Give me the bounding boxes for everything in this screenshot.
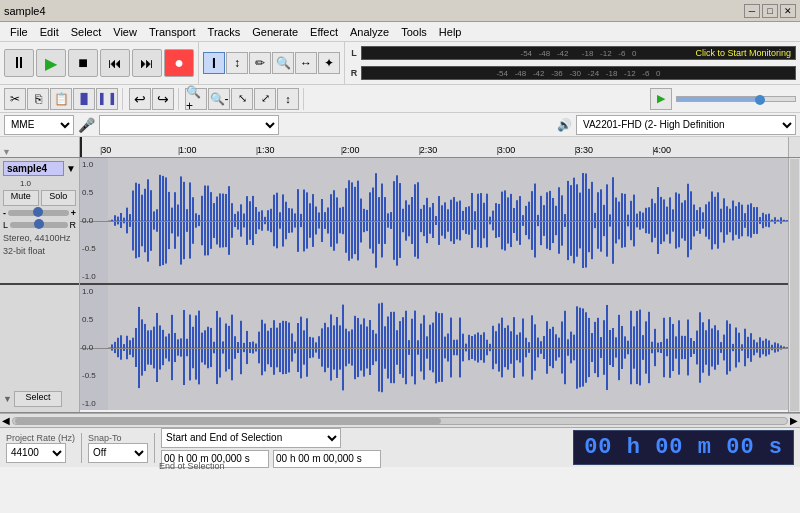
zoom-reset-tool[interactable]: ↕	[277, 88, 299, 110]
menu-tools[interactable]: Tools	[395, 24, 433, 40]
play-indicator-btn[interactable]: ▶	[650, 88, 672, 110]
multi-tool[interactable]: ✦	[318, 52, 340, 74]
mute-button[interactable]: Mute	[3, 190, 39, 206]
zero-line-upper	[80, 221, 788, 222]
scale-m0-5-lower: -0.5	[82, 371, 96, 380]
menu-generate[interactable]: Generate	[246, 24, 304, 40]
timeshift-tool[interactable]: ↔	[295, 52, 317, 74]
menu-file[interactable]: File	[4, 24, 34, 40]
vscroll-thumb[interactable]	[790, 159, 799, 411]
hscroll-left-arrow[interactable]: ◀	[2, 415, 10, 426]
undo-tool[interactable]: ↩	[129, 88, 151, 110]
meter-scale-R: -54 -48 -42 -36 -30 -24 -18 -12 -6 0	[496, 69, 660, 78]
gain-slider[interactable]	[8, 210, 69, 216]
draw-tool[interactable]: ✏	[249, 52, 271, 74]
snap-to-section: Snap-To Off	[88, 433, 148, 463]
record-button[interactable]: ●	[164, 49, 194, 77]
input-device-select[interactable]	[99, 115, 279, 135]
output-device-select[interactable]: VA2201-FHD (2- High Definition	[576, 115, 796, 135]
hscroll-thumb[interactable]	[15, 418, 441, 424]
waveform-area[interactable]: 1.0 0.5 0.0 -0.5 -1.0	[80, 158, 788, 412]
gain-plus[interactable]: +	[71, 208, 76, 218]
scale-m1-0-upper: -1.0	[82, 272, 96, 281]
track-header-upper: sample4 ▼ 1.0 Mute Solo - + L	[0, 158, 79, 285]
cut-tool[interactable]: ✂	[4, 88, 26, 110]
menu-help[interactable]: Help	[433, 24, 468, 40]
click-to-monitor-L[interactable]: Click to Start Monitoring	[695, 48, 791, 58]
minimize-button[interactable]: ─	[744, 4, 760, 18]
copy-tool[interactable]: ⎘	[27, 88, 49, 110]
trim-tool[interactable]: ▐▌	[73, 88, 95, 110]
scale-1-0-upper: 1.0	[82, 160, 96, 169]
selection-tool[interactable]: I	[203, 52, 225, 74]
select-button[interactable]: Select	[14, 391, 62, 407]
titlebar-controls: ─ □ ✕	[744, 4, 796, 18]
gain-knob[interactable]	[33, 207, 43, 217]
solo-button[interactable]: Solo	[41, 190, 77, 206]
zoom-fit-tool[interactable]: ⤢	[254, 88, 276, 110]
pan-slider[interactable]	[10, 222, 67, 228]
gain-minus[interactable]: -	[3, 208, 6, 218]
selection-start-input[interactable]	[161, 450, 269, 468]
host-select[interactable]: MME	[4, 115, 74, 135]
gain-row: - +	[3, 208, 76, 218]
menu-tracks[interactable]: Tracks	[202, 24, 247, 40]
menu-effect[interactable]: Effect	[304, 24, 344, 40]
selection-end-input[interactable]	[273, 450, 381, 468]
track-dropdown[interactable]: ▼	[66, 163, 76, 174]
zero-line-lower	[80, 348, 788, 349]
pan-knob[interactable]	[34, 219, 44, 229]
timeline-ruler: ▼ 30 1:00 1:30 2:00 2:30 3:00 3:30 4:00	[0, 137, 800, 158]
zoom-tool-btn[interactable]: 🔍	[272, 52, 294, 74]
envelope-tool[interactable]: ↕	[226, 52, 248, 74]
zoom-sel-tool[interactable]: ⤡	[231, 88, 253, 110]
selection-inputs	[161, 450, 381, 468]
meter-L-label: L	[349, 48, 359, 58]
divider-1	[81, 433, 82, 463]
play-button[interactable]: ▶	[36, 49, 66, 77]
track-header-lower: ▼ Select	[0, 285, 79, 410]
stop-button[interactable]: ■	[68, 49, 98, 77]
paste-tool[interactable]: 📋	[50, 88, 72, 110]
vscrollbar[interactable]	[788, 158, 800, 412]
track-mute-solo-row: Mute Solo	[3, 190, 76, 206]
hscroll-right-arrow[interactable]: ▶	[790, 415, 798, 426]
selection-mode-select[interactable]: Start and End of Selection	[161, 428, 341, 448]
pan-R: R	[70, 220, 77, 230]
waveform-upper[interactable]: 1.0 0.5 0.0 -0.5 -1.0	[80, 158, 788, 285]
menu-view[interactable]: View	[107, 24, 143, 40]
menubar: File Edit Select View Transport Tracks G…	[0, 22, 800, 42]
menu-transport[interactable]: Transport	[143, 24, 202, 40]
collapse-arrow[interactable]: ▼	[3, 394, 12, 404]
zoom-in-tool[interactable]: 🔍+	[185, 88, 207, 110]
bottombar: Project Rate (Hz) 44100 Snap-To Off Star…	[0, 427, 800, 467]
titlebar: sample4 ─ □ ✕	[0, 0, 800, 22]
skip-start-button[interactable]: ⏮	[100, 49, 130, 77]
close-button[interactable]: ✕	[780, 4, 796, 18]
snap-to-select[interactable]: Off	[88, 443, 148, 463]
track-area: sample4 ▼ 1.0 Mute Solo - + L	[0, 158, 800, 413]
scale-m0-5-upper: -0.5	[82, 244, 96, 253]
menu-select[interactable]: Select	[65, 24, 108, 40]
skip-end-button[interactable]: ⏭	[132, 49, 162, 77]
hscroll-track[interactable]	[12, 417, 788, 425]
timeline-left-spacer: ▼	[0, 137, 80, 157]
scale-m1-0-lower: -1.0	[82, 399, 96, 408]
project-rate-select[interactable]: 44100	[6, 443, 66, 463]
redo-tool[interactable]: ↪	[152, 88, 174, 110]
mic-icon: 🎤	[78, 117, 95, 133]
time-display: 00 h 00 m 00 s	[573, 430, 794, 465]
ruler-right-edge	[788, 137, 800, 157]
track-name[interactable]: sample4	[3, 161, 64, 176]
hscrollbar[interactable]: ◀ ▶	[0, 413, 800, 427]
time-display-text: 00 h 00 m 00 s	[584, 435, 783, 460]
menu-analyze[interactable]: Analyze	[344, 24, 395, 40]
pause-button[interactable]: ⏸	[4, 49, 34, 77]
timeline-arrow[interactable]: ▼	[2, 147, 11, 157]
divider-2	[154, 433, 155, 463]
silence-tool[interactable]: ▌▐	[96, 88, 118, 110]
zoom-out-tool[interactable]: 🔍-	[208, 88, 230, 110]
maximize-button[interactable]: □	[762, 4, 778, 18]
waveform-lower[interactable]: 1.0 0.5 0.0 -0.5 -1.0	[80, 285, 788, 410]
menu-edit[interactable]: Edit	[34, 24, 65, 40]
